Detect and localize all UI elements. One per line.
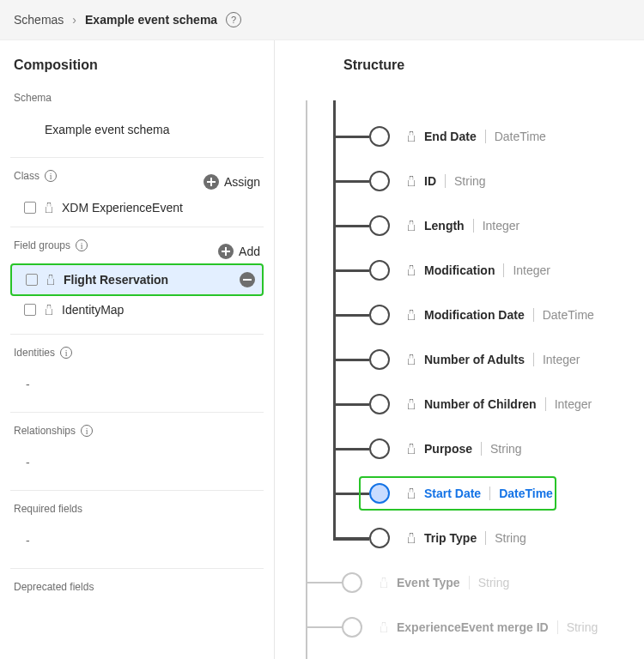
selection-highlight xyxy=(359,476,556,511)
field-type: String xyxy=(478,576,510,589)
field-node[interactable]: End DateDateTime xyxy=(369,126,551,147)
class-name: XDM ExperienceEvent xyxy=(62,201,183,215)
field-node[interactable]: LengthInteger xyxy=(369,215,525,236)
field-node[interactable]: Trip TypeString xyxy=(369,528,532,548)
plus-icon xyxy=(204,174,219,190)
structure-panel: Structure End DateDateTimeIDStringLength… xyxy=(275,40,644,659)
node-dot-icon xyxy=(369,126,390,147)
separator xyxy=(485,531,486,545)
node-dot-icon xyxy=(369,305,390,325)
fieldgroup-item[interactable]: IdentityMap xyxy=(10,296,264,323)
lock-icon xyxy=(380,626,388,632)
separator xyxy=(545,397,546,411)
field-type: String xyxy=(490,442,522,456)
tree-branch-line xyxy=(306,100,307,659)
node-dot-icon xyxy=(369,260,390,281)
lock-icon xyxy=(380,581,388,588)
lock-icon xyxy=(408,313,416,320)
field-name: Trip Type xyxy=(424,531,477,545)
field-name: Modification xyxy=(424,263,495,277)
checkbox[interactable] xyxy=(24,202,36,214)
field-node[interactable]: Number of ChildrenInteger xyxy=(369,394,597,414)
lock-icon xyxy=(408,447,416,454)
chevron-right-icon: › xyxy=(72,13,76,27)
separator xyxy=(481,442,482,456)
divider xyxy=(10,334,264,335)
divider xyxy=(10,412,264,413)
plus-icon xyxy=(218,244,234,259)
divider xyxy=(10,157,264,158)
field-type: Integer xyxy=(513,263,550,277)
field-name: Modification Date xyxy=(424,308,525,322)
separator xyxy=(469,576,470,589)
node-dot-icon xyxy=(342,617,362,638)
divider xyxy=(10,568,264,569)
field-name: ExperienceEvent merge ID xyxy=(397,620,549,634)
field-name: Purpose xyxy=(424,442,472,456)
field-name: End Date xyxy=(424,130,477,143)
divider xyxy=(10,490,264,491)
field-node[interactable]: ModificationInteger xyxy=(369,260,556,281)
identities-label: Identities xyxy=(14,347,55,359)
help-icon[interactable]: ? xyxy=(226,12,241,27)
info-icon[interactable]: i xyxy=(76,239,88,251)
assign-class-button[interactable]: Assign xyxy=(204,174,260,190)
field-type: String xyxy=(454,174,486,188)
node-dot-icon xyxy=(342,572,362,593)
info-icon[interactable]: i xyxy=(45,170,57,182)
separator xyxy=(533,308,534,322)
identities-empty: - xyxy=(10,371,264,407)
schema-name[interactable]: Example event schema xyxy=(10,116,264,152)
relationships-label: Relationships xyxy=(14,425,76,437)
breadcrumb-root[interactable]: Schemas xyxy=(14,13,64,27)
field-node[interactable]: Modification DateDateTime xyxy=(369,305,599,325)
lock-icon xyxy=(47,278,55,285)
lock-icon xyxy=(408,269,416,275)
composition-title: Composition xyxy=(14,57,264,73)
field-name: Number of Children xyxy=(424,397,537,411)
deprecated-subhead: Deprecated fields xyxy=(14,581,264,593)
breadcrumb-current: Example event schema xyxy=(85,13,217,27)
node-dot-icon xyxy=(369,215,390,236)
field-node[interactable]: PurposeString xyxy=(369,438,527,459)
add-fieldgroup-button[interactable]: Add xyxy=(218,244,260,259)
field-name: Length xyxy=(424,219,465,233)
lock-icon xyxy=(408,224,416,231)
breadcrumb-bar: Schemas › Example event schema ? xyxy=(0,0,644,40)
schema-label: Schema xyxy=(14,92,52,104)
info-icon[interactable]: i xyxy=(60,347,72,359)
fieldgroups-subhead: Field groups i xyxy=(14,239,88,251)
lock-icon xyxy=(46,308,53,315)
lock-icon xyxy=(408,536,416,543)
info-icon[interactable]: i xyxy=(81,425,93,437)
field-node[interactable]: Event TypeString xyxy=(342,572,514,593)
composition-panel: Composition Schema Example event schema … xyxy=(0,40,275,659)
field-node[interactable]: ExperienceEvent merge IDString xyxy=(342,617,603,638)
relationships-subhead: Relationships i xyxy=(14,425,264,437)
field-type: Integer xyxy=(483,219,520,233)
field-node[interactable]: Number of AdultsInteger xyxy=(369,349,586,370)
required-subhead: Required fields xyxy=(14,503,264,515)
checkbox[interactable] xyxy=(26,274,38,286)
required-empty: - xyxy=(10,527,264,563)
field-type: String xyxy=(495,531,526,545)
identities-subhead: Identities i xyxy=(14,347,264,359)
class-label: Class xyxy=(14,170,39,182)
field-name: Event Type xyxy=(397,576,460,589)
field-node[interactable]: IDString xyxy=(369,171,491,191)
fieldgroup-item[interactable]: Flight Reservation xyxy=(10,263,264,296)
separator xyxy=(503,263,504,277)
checkbox[interactable] xyxy=(24,304,36,316)
separator xyxy=(445,174,446,188)
field-name: ID xyxy=(424,174,436,188)
class-item[interactable]: XDM ExperienceEvent xyxy=(10,194,264,221)
lock-icon xyxy=(46,206,53,213)
field-type: DateTime xyxy=(495,130,546,143)
field-name: Number of Adults xyxy=(424,353,525,366)
add-label: Add xyxy=(239,245,260,258)
separator xyxy=(557,620,558,634)
remove-icon[interactable] xyxy=(240,272,255,287)
class-subhead: Class i xyxy=(14,170,57,182)
fieldgroup-name: Flight Reservation xyxy=(64,273,168,287)
node-dot-icon xyxy=(369,171,390,191)
